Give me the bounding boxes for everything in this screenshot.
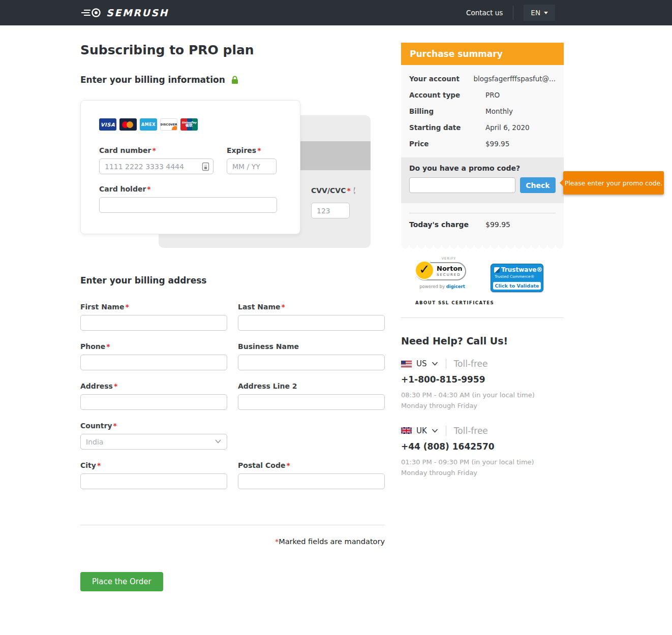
- card-number-input[interactable]: [99, 158, 213, 174]
- card-holder-label: Card holder*: [99, 185, 277, 193]
- phone-input[interactable]: [80, 355, 227, 370]
- need-help-heading: Need Help? Call Us!: [401, 335, 564, 346]
- page-title: Subscribing to PRO plan: [80, 43, 385, 57]
- summary-row-account: Your account blogsfagerfffspasfut@...: [409, 71, 556, 87]
- card-number-label: Card number*: [99, 146, 213, 154]
- mandatory-note-text: Marked fields are mandatory: [279, 537, 385, 546]
- phone-group: Phone*: [80, 342, 227, 370]
- todays-charge-label: Today's charge: [409, 220, 485, 229]
- summary-row-price: Price $99.95: [409, 136, 556, 152]
- info-icon[interactable]: i: [354, 187, 355, 194]
- expires-input[interactable]: [227, 158, 277, 174]
- business-name-group: Business Name: [238, 342, 385, 370]
- cvv-label-text: CVV/CVC: [311, 186, 346, 195]
- cvv-label: CVV/CVC* i: [311, 186, 355, 195]
- summary-row-value: Monthly: [485, 107, 513, 115]
- language-label: EN: [531, 9, 540, 17]
- norton-secured-badge[interactable]: VERIFY ✓ Norton SECURED powered by digic…: [415, 257, 469, 289]
- semrush-comet-icon: [80, 7, 102, 19]
- postal-code-label: Postal Code: [238, 461, 285, 469]
- required-mark: *: [147, 185, 150, 193]
- purchase-summary-header: Purchase summary: [401, 43, 564, 65]
- trustwave-badge[interactable]: Trustwave® Trusted Commerce® Click to Va…: [491, 264, 543, 292]
- chevron-down-icon: [544, 12, 548, 14]
- support-hours: 08:30 PM - 04:30 AM (in your local time)…: [401, 390, 564, 411]
- about-ssl-link[interactable]: ABOUT SSL CERTIFICATES: [415, 300, 564, 305]
- card-glyph-icon: [202, 162, 209, 171]
- required-mark: *: [347, 186, 350, 195]
- trustwave-logo-icon: [494, 267, 500, 273]
- trustwave-validate-link[interactable]: Click to Validate: [493, 282, 541, 290]
- navbar-divider: [513, 6, 513, 20]
- address2-input[interactable]: [238, 394, 385, 410]
- first-name-group: First Name*: [80, 303, 227, 331]
- expires-label-text: Expires: [227, 146, 256, 154]
- address-group: Address*: [80, 382, 227, 410]
- country-code-label: UK: [416, 426, 427, 435]
- required-mark: *: [114, 382, 117, 390]
- cvv-input[interactable]: [311, 203, 350, 218]
- promo-code-input[interactable]: [409, 177, 515, 193]
- place-order-button[interactable]: Place the Order: [80, 572, 163, 591]
- card-holder-label-text: Card holder: [99, 185, 146, 193]
- card-holder-input[interactable]: [99, 197, 277, 213]
- address-label: Address: [80, 382, 113, 390]
- business-name-label: Business Name: [238, 342, 299, 351]
- navbar-right: Contact us EN: [466, 5, 555, 21]
- language-selector[interactable]: EN: [524, 5, 555, 21]
- billing-info-heading: Enter your billing information: [80, 75, 385, 85]
- address-input[interactable]: [80, 394, 227, 410]
- cvv-field-group: CVV/CVC* i: [311, 186, 355, 218]
- norton-powered-text: powered by: [419, 284, 445, 289]
- required-mark: *: [106, 342, 110, 351]
- city-input[interactable]: [80, 473, 227, 489]
- business-name-input[interactable]: [238, 355, 385, 370]
- billing-address-grid: First Name* Last Name* Phone* Business N…: [80, 303, 385, 489]
- card-fields: Card number* Expires*: [99, 146, 292, 213]
- vertical-divider: [446, 359, 446, 369]
- summary-section-divider: [401, 318, 564, 318]
- todays-charge-value: $99.95: [485, 220, 510, 229]
- billing-info-heading-text: Enter your billing information: [80, 75, 225, 85]
- top-navbar: SEMRUSH Contact us EN: [0, 0, 672, 25]
- postal-code-input[interactable]: [238, 473, 385, 489]
- first-name-input[interactable]: [80, 315, 227, 331]
- support-hours: 01:30 PM - 09:30 PM (in your local time)…: [401, 457, 564, 479]
- lock-icon: [231, 76, 238, 84]
- billing-main: Subscribing to PRO plan Enter your billi…: [80, 43, 385, 591]
- tollfree-label: Toll-free: [454, 359, 488, 369]
- billing-address-heading: Enter your billing address: [80, 275, 385, 285]
- purchase-summary-panel: Purchase summary Your account blogsfager…: [401, 43, 564, 479]
- semrush-logo[interactable]: SEMRUSH: [80, 7, 169, 19]
- vertical-divider: [446, 426, 446, 436]
- summary-row-starting-date: Starting date April 6, 2020: [409, 119, 556, 136]
- country-code-label: US: [416, 359, 427, 368]
- support-hours-days: Monday through Friday: [401, 469, 477, 477]
- phone-number: +44 (808) 1642570: [401, 441, 564, 452]
- norton-checkmark-icon: ✓: [415, 261, 434, 280]
- summary-row-value: $99.95: [485, 140, 509, 148]
- empty-cell: [238, 422, 385, 450]
- amex-label: AMEX: [141, 122, 156, 127]
- summary-row-label: Starting date: [409, 123, 485, 132]
- summary-row-label: Billing: [409, 107, 485, 115]
- us-flag-icon: [401, 361, 412, 367]
- country-select[interactable]: India: [80, 434, 227, 450]
- promo-check-button[interactable]: Check: [520, 177, 556, 193]
- contact-us-link[interactable]: Contact us: [466, 9, 503, 17]
- unionpay-label-cn: 银联: [186, 124, 193, 128]
- summary-row-label: Account type: [409, 91, 485, 99]
- digicert-text: digicert: [446, 284, 465, 289]
- chevron-down-icon[interactable]: [432, 429, 438, 433]
- card-number-group: Card number*: [99, 146, 213, 174]
- semrush-logo-text: SEMRUSH: [106, 7, 169, 18]
- billing-address-section: Enter your billing address First Name* L…: [80, 275, 385, 591]
- promo-question: Do you have a promo code?: [409, 164, 556, 172]
- norton-secured-text: SECURED: [437, 273, 465, 277]
- norton-name-text: Norton: [437, 265, 465, 272]
- support-hours-time: 08:30 PM - 04:30 AM (in your local time): [401, 391, 535, 399]
- required-mark: *: [97, 461, 101, 469]
- discover-icon: DISCOVER: [160, 118, 177, 131]
- last-name-input[interactable]: [238, 315, 385, 331]
- chevron-down-icon[interactable]: [432, 362, 438, 366]
